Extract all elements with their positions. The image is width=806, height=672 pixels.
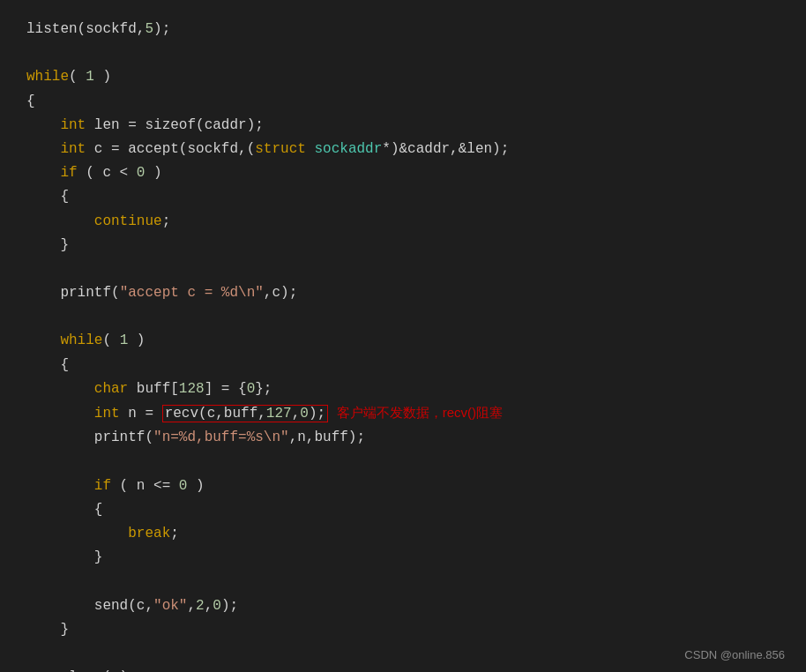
code-line-blank6: [26, 642, 780, 666]
highlight-recv: recv(c,buff,127,0);: [162, 405, 328, 422]
code-line-7: if ( c < 0 ): [26, 161, 780, 185]
code-line-blank1: [26, 41, 780, 65]
code-line-8: {: [26, 185, 780, 209]
code-line-22: break;: [26, 522, 780, 546]
recv-annotation: 客户端不发数据，recv()阻塞: [337, 405, 503, 420]
code-line-28: close(c);: [26, 666, 780, 672]
code-line-6: int c = accept(sockfd,(struct sockaddr*)…: [26, 138, 780, 161]
watermark: CSDN @online.856: [684, 648, 785, 661]
code-line-1: listen(sockfd,5);: [26, 18, 780, 41]
code-line-3: while( 1 ): [26, 65, 780, 89]
code-line-4: {: [26, 90, 780, 114]
code-line-14: while( 1 ): [26, 329, 780, 353]
code-line-blank3: [26, 305, 780, 329]
code-line-15: {: [26, 354, 780, 377]
code-line-blank4: [26, 450, 780, 474]
code-line-18: printf("n=%d,buff=%s\n",n,buff);: [26, 426, 780, 450]
code-line-26: }: [26, 618, 780, 642]
code-line-blank5: [26, 570, 780, 594]
code-line-23: }: [26, 546, 780, 570]
code-line-9: continue;: [26, 210, 780, 234]
code-container: listen(sockfd,5); while( 1 ) { int len =…: [0, 0, 806, 672]
code-line-5: int len = sizeof(caddr);: [26, 114, 780, 138]
code-line-17: int n = recv(c,buff,127,0); 客户端不发数据，recv…: [26, 401, 780, 426]
code-line-25: send(c,"ok",2,0);: [26, 594, 780, 618]
code-line-10: }: [26, 234, 780, 258]
code-line-12: printf("accept c = %d\n",c);: [26, 281, 780, 305]
code-line-20: if ( n <= 0 ): [26, 474, 780, 498]
code-line-21: {: [26, 498, 780, 522]
code-line-16: char buff[128] = {0};: [26, 377, 780, 401]
code-line-blank2: [26, 258, 780, 281]
